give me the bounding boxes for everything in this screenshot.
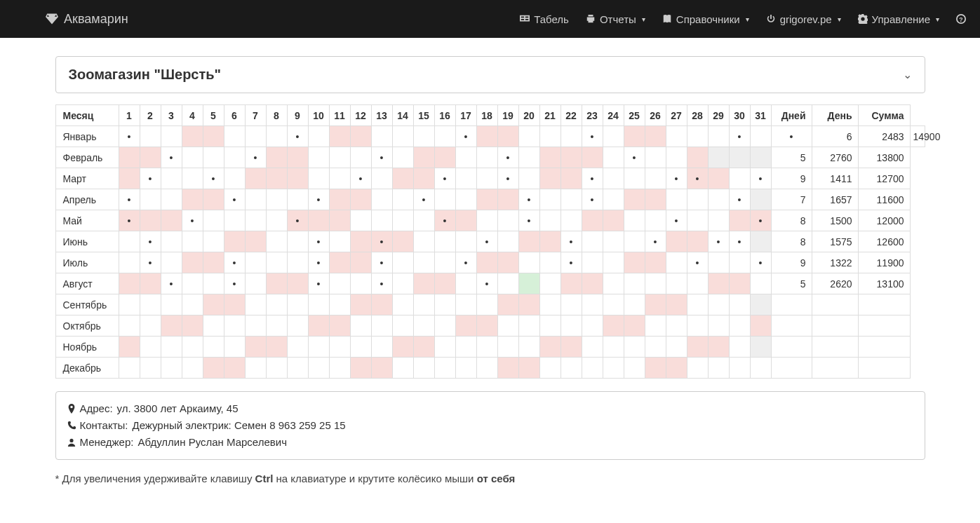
day-cell[interactable]: [645, 210, 666, 231]
day-cell[interactable]: [266, 273, 287, 294]
day-cell[interactable]: [119, 210, 140, 231]
day-cell[interactable]: [371, 315, 392, 337]
day-cell[interactable]: [413, 210, 434, 231]
day-cell[interactable]: [750, 358, 771, 379]
day-cell[interactable]: [161, 315, 182, 337]
day-cell[interactable]: [624, 231, 645, 252]
day-cell[interactable]: [308, 294, 329, 315]
day-cell[interactable]: [350, 315, 371, 337]
day-cell[interactable]: [329, 168, 350, 189]
day-cell[interactable]: [687, 147, 708, 168]
day-cell[interactable]: [203, 273, 224, 294]
day-cell[interactable]: [518, 147, 539, 168]
day-cell[interactable]: [666, 210, 687, 231]
day-cell[interactable]: [350, 168, 371, 189]
day-cell[interactable]: [245, 210, 266, 231]
day-cell[interactable]: [603, 168, 624, 189]
day-cell[interactable]: [539, 168, 561, 189]
day-cell[interactable]: [603, 210, 624, 231]
day-cell[interactable]: [266, 126, 287, 147]
day-cell[interactable]: [140, 189, 161, 210]
day-cell[interactable]: [582, 189, 603, 210]
day-cell[interactable]: [434, 126, 455, 147]
day-cell[interactable]: [203, 189, 224, 210]
day-cell[interactable]: [308, 168, 329, 189]
day-cell[interactable]: [224, 147, 245, 168]
day-cell[interactable]: [287, 315, 308, 337]
day-cell[interactable]: [182, 147, 203, 168]
day-cell[interactable]: [224, 252, 245, 273]
day-cell[interactable]: [476, 189, 497, 210]
day-cell[interactable]: [645, 337, 666, 358]
day-cell[interactable]: [750, 337, 771, 358]
day-cell[interactable]: [750, 315, 771, 337]
nav-refs[interactable]: Справочники ▾: [662, 13, 749, 25]
day-cell[interactable]: [308, 337, 329, 358]
day-cell[interactable]: [266, 358, 287, 379]
day-cell[interactable]: [350, 126, 371, 147]
day-cell[interactable]: [392, 147, 413, 168]
day-cell[interactable]: [350, 337, 371, 358]
day-cell[interactable]: [603, 147, 624, 168]
day-cell[interactable]: [624, 358, 645, 379]
day-cell[interactable]: [729, 126, 750, 147]
day-cell[interactable]: [539, 315, 561, 337]
day-cell[interactable]: [371, 294, 392, 315]
day-cell[interactable]: [329, 147, 350, 168]
day-cell[interactable]: [561, 294, 582, 315]
day-cell[interactable]: [203, 147, 224, 168]
day-cell[interactable]: [266, 315, 287, 337]
day-cell[interactable]: [708, 231, 729, 252]
day-cell[interactable]: [518, 294, 539, 315]
day-cell[interactable]: [666, 168, 687, 189]
day-cell[interactable]: [645, 315, 666, 337]
day-cell[interactable]: [350, 294, 371, 315]
day-cell[interactable]: [455, 358, 476, 379]
day-cell[interactable]: [224, 231, 245, 252]
day-cell[interactable]: [729, 294, 750, 315]
day-cell[interactable]: [518, 273, 539, 294]
day-cell[interactable]: [750, 252, 771, 273]
day-cell[interactable]: [539, 294, 561, 315]
day-cell[interactable]: [245, 315, 266, 337]
day-cell[interactable]: [392, 273, 413, 294]
day-cell[interactable]: [203, 252, 224, 273]
day-cell[interactable]: [287, 358, 308, 379]
day-cell[interactable]: [266, 231, 287, 252]
day-cell[interactable]: [434, 273, 455, 294]
day-cell[interactable]: [750, 210, 771, 231]
day-cell[interactable]: [624, 315, 645, 337]
day-cell[interactable]: [539, 210, 561, 231]
day-cell[interactable]: [476, 358, 497, 379]
day-cell[interactable]: [708, 126, 729, 147]
day-cell[interactable]: [645, 358, 666, 379]
day-cell[interactable]: [413, 147, 434, 168]
day-cell[interactable]: [392, 315, 413, 337]
day-cell[interactable]: [413, 337, 434, 358]
day-cell[interactable]: [203, 126, 224, 147]
day-cell[interactable]: [140, 337, 161, 358]
day-cell[interactable]: [729, 189, 750, 210]
day-cell[interactable]: [708, 337, 729, 358]
day-cell[interactable]: [161, 337, 182, 358]
day-cell[interactable]: [392, 294, 413, 315]
day-cell[interactable]: [497, 358, 518, 379]
day-cell[interactable]: [203, 337, 224, 358]
day-cell[interactable]: [266, 294, 287, 315]
day-cell[interactable]: [687, 337, 708, 358]
day-cell[interactable]: [750, 273, 771, 294]
day-cell[interactable]: [582, 358, 603, 379]
day-cell[interactable]: [539, 231, 561, 252]
day-cell[interactable]: [497, 189, 518, 210]
day-cell[interactable]: [603, 231, 624, 252]
day-cell[interactable]: [413, 315, 434, 337]
day-cell[interactable]: [161, 126, 182, 147]
day-cell[interactable]: [561, 189, 582, 210]
day-cell[interactable]: [476, 315, 497, 337]
day-cell[interactable]: [582, 147, 603, 168]
day-cell[interactable]: [308, 315, 329, 337]
day-cell[interactable]: [476, 273, 497, 294]
day-cell[interactable]: [729, 231, 750, 252]
brand[interactable]: Аквамарин: [46, 12, 128, 27]
day-cell[interactable]: [182, 337, 203, 358]
